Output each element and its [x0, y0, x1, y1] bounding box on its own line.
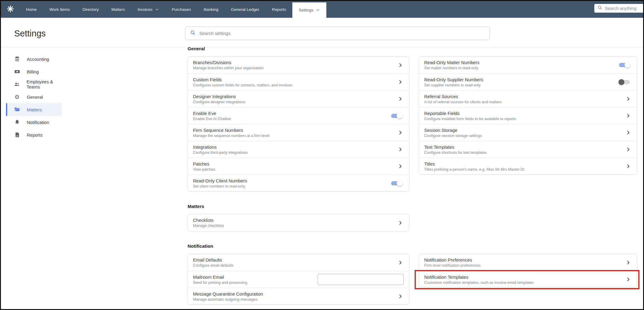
- nav-item-invoices[interactable]: Invoices: [131, 1, 166, 18]
- toggle-knob: [624, 62, 630, 68]
- banknote-icon: [14, 69, 20, 75]
- global-search-input[interactable]: [605, 6, 638, 11]
- sidebar-item-accounting[interactable]: Accounting: [6, 53, 62, 65]
- nav-item-banking[interactable]: Banking: [197, 1, 225, 18]
- nav-item-home[interactable]: Home: [20, 1, 43, 18]
- settings-row-enable-eve[interactable]: Enable EveEnable Eve AI Chatbot: [188, 107, 409, 124]
- sidebar-item-matters[interactable]: Matters: [6, 103, 62, 116]
- chevron-right-icon: [398, 147, 404, 152]
- settings-row-read-only-matter-numbers[interactable]: Read-Only Matter NumbersSet matter numbe…: [419, 57, 637, 73]
- settings-row-text-templates[interactable]: Text TemplatesConfigure shortcuts for te…: [419, 141, 637, 158]
- row-title: Integrations: [193, 144, 248, 150]
- left-column: ChecklistsManage checklists: [188, 214, 409, 231]
- row-text: ChecklistsManage checklists: [193, 218, 224, 228]
- settings-row-titles[interactable]: TitlesTitles prefixing a person's name, …: [419, 158, 637, 175]
- chevron-right-icon: [398, 130, 404, 135]
- row-subtitle: Configure session storage settings: [424, 134, 482, 138]
- nav-item-label: Home: [26, 7, 37, 12]
- row-title: Mailroom Email: [193, 274, 247, 280]
- settings-card: Read-Only Matter NumbersSet matter numbe…: [419, 56, 637, 175]
- row-text: Email DefaultsConfigure email defaults: [193, 257, 234, 268]
- toggle-on[interactable]: [391, 181, 402, 185]
- settings-row-mailroom-email[interactable]: Mailroom EmailSend for printing and proc…: [188, 271, 409, 288]
- settings-row-session-storage[interactable]: Session StorageConfigure session storage…: [419, 124, 637, 141]
- toggle-on[interactable]: [619, 63, 630, 67]
- mailroom-email-input[interactable]: [318, 274, 404, 285]
- row-text: Firm Sequence NumbersManage the sequence…: [193, 128, 269, 138]
- row-text: Text TemplatesConfigure shortcuts for te…: [424, 144, 487, 155]
- settings-card: Notification PreferencesFirm level notif…: [419, 254, 637, 288]
- row-subtitle: Configure email defaults: [193, 263, 234, 268]
- settings-row-firm-sequence-numbers[interactable]: Firm Sequence NumbersManage the sequence…: [188, 124, 409, 141]
- settings-row-custom-fields[interactable]: Custom FieldsConfigures custom fields fo…: [188, 73, 409, 90]
- row-subtitle: Send for printing and processing: [193, 281, 247, 285]
- chevron-right-icon: [398, 96, 404, 101]
- left-column: Email DefaultsConfigure email defaultsMa…: [188, 254, 409, 305]
- settings-row-notification-preferences[interactable]: Notification PreferencesFirm level notif…: [419, 254, 637, 271]
- sidebar-item-employees-teams[interactable]: Employees & Teams: [6, 78, 62, 91]
- settings-row-read-only-supplier-numbers[interactable]: Read-Only Supplier NumbersSet supplier n…: [419, 73, 637, 90]
- row-title: Notification Templates: [424, 274, 534, 280]
- settings-row-read-only-client-numbers[interactable]: Read-Only Client NumbersSet client numbe…: [188, 175, 409, 191]
- settings-card: ChecklistsManage checklists: [188, 214, 409, 231]
- toggle-off[interactable]: [619, 80, 630, 84]
- sidebar-item-reports[interactable]: Reports: [6, 129, 62, 141]
- settings-row-notification-templates[interactable]: Notification TemplatesCustomise notifica…: [419, 271, 637, 288]
- row-title: Read-Only Client Numbers: [193, 178, 247, 183]
- section-matters: MattersChecklistsManage checklists: [188, 204, 637, 231]
- settings-row-designer-integrations[interactable]: Designer IntegrationsConfigure designer …: [188, 90, 409, 107]
- app-logo[interactable]: [1, 1, 20, 18]
- row-text: Referral SourcesA list of referral sourc…: [424, 94, 502, 104]
- sidebar-item-notification[interactable]: Notification: [6, 116, 62, 129]
- sidebar-item-label: Employees & Teams: [26, 79, 62, 89]
- row-subtitle: Configure designer integrations: [193, 100, 245, 104]
- nav-item-reports[interactable]: Reports: [266, 1, 292, 18]
- chevron-right-icon: [626, 96, 632, 101]
- row-title: Checklists: [193, 218, 224, 223]
- row-text: Reportable FieldsConfigure installed for…: [424, 111, 516, 121]
- row-title: Read-Only Matter Numbers: [424, 60, 479, 65]
- section-title: General: [188, 46, 637, 51]
- row-text: Custom FieldsConfigures custom fields fo…: [193, 77, 292, 87]
- toggle-knob: [618, 79, 624, 85]
- settings-row-patches[interactable]: PatchesView patches: [188, 158, 409, 175]
- sidebar-item-general[interactable]: ⚙General: [6, 91, 62, 103]
- nav-item-settings[interactable]: Settings: [292, 2, 326, 18]
- chevron-right-icon: [398, 220, 404, 225]
- row-subtitle: View patches: [193, 167, 215, 172]
- nav-item-directory[interactable]: Directory: [76, 1, 105, 18]
- row-text: Read-Only Supplier NumbersSet supplier n…: [424, 77, 483, 87]
- row-text: Designer IntegrationsConfigure designer …: [193, 94, 245, 104]
- nav-item-label: General Ledger: [231, 7, 259, 12]
- nav-item-general-ledger[interactable]: General Ledger: [225, 1, 266, 18]
- row-text: TitlesTitles prefixing a person's name, …: [424, 161, 524, 172]
- settings-row-email-defaults[interactable]: Email DefaultsConfigure email defaults: [188, 254, 409, 271]
- row-subtitle: Manage checklists: [193, 224, 224, 228]
- page-title: Settings: [14, 29, 46, 39]
- settings-row-referral-sources[interactable]: Referral SourcesA list of referral sourc…: [419, 90, 637, 107]
- settings-row-integrations[interactable]: IntegrationsConfigure third-party integr…: [188, 141, 409, 158]
- settings-search-input[interactable]: [199, 31, 490, 36]
- search-icon: [597, 5, 602, 11]
- row-title: Custom Fields: [193, 77, 292, 82]
- nav-item-purchases[interactable]: Purchases: [166, 1, 198, 18]
- settings-row-reportable-fields[interactable]: Reportable FieldsConfigure installed for…: [419, 107, 637, 124]
- row-title: Titles: [424, 161, 524, 166]
- row-text: Enable EveEnable Eve AI Chatbot: [193, 111, 231, 121]
- row-text: Branches/DivisionsManage branches within…: [193, 60, 264, 70]
- settings-row-message-quarantine-configuration[interactable]: Message Quarantine ConfigurationManage a…: [188, 288, 409, 305]
- people-icon: [14, 81, 20, 88]
- nav-item-matters[interactable]: Matters: [105, 1, 131, 18]
- toggle-on[interactable]: [391, 114, 402, 118]
- toggle-knob: [397, 180, 403, 186]
- section-title: Notification: [188, 243, 637, 249]
- row-subtitle: Manage the sequence numbers at a firm le…: [193, 134, 269, 138]
- sidebar-item-billing[interactable]: Billing: [6, 65, 62, 78]
- nav-item-work-items[interactable]: Work Items: [43, 1, 76, 18]
- nav-item-label: Purchases: [172, 7, 191, 12]
- sidebar-item-label: General: [27, 95, 43, 100]
- settings-row-checklists[interactable]: ChecklistsManage checklists: [188, 214, 409, 231]
- row-title: Reportable Fields: [424, 111, 516, 116]
- row-text: Notification TemplatesCustomise notifica…: [424, 274, 534, 285]
- settings-row-branches-divisions[interactable]: Branches/DivisionsManage branches within…: [188, 57, 409, 73]
